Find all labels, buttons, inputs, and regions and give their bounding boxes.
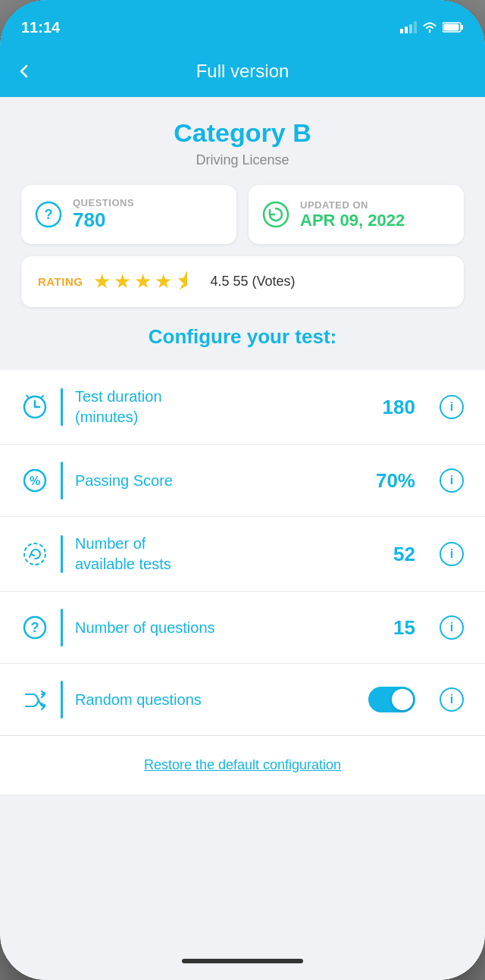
status-time: 11:14 xyxy=(21,19,60,36)
test-duration-info-button[interactable]: i xyxy=(440,395,464,419)
nav-bar: Full version xyxy=(0,45,485,97)
questions-label: QUESTIONS xyxy=(73,197,134,208)
svg-text:?: ? xyxy=(31,620,39,635)
passing-score-value: 70% xyxy=(376,469,415,493)
info-cards: ? QUESTIONS 780 xyxy=(21,185,464,244)
question-circle-icon: ? xyxy=(21,615,48,640)
svg-rect-1 xyxy=(405,27,408,33)
config-divider xyxy=(61,388,63,426)
svg-point-13 xyxy=(24,543,45,565)
available-tests-label: Number ofavailable tests xyxy=(75,534,381,575)
num-questions-label: Number of questions xyxy=(75,618,381,638)
svg-rect-5 xyxy=(461,25,463,30)
star-4: ★ xyxy=(155,270,172,293)
bottom-bar xyxy=(0,942,485,980)
content-area: Category B Driving License ? QUESTIONS xyxy=(0,97,485,942)
category-title: Category B xyxy=(21,118,464,148)
star-3: ★ xyxy=(134,270,152,293)
svg-point-9 xyxy=(264,202,288,227)
shuffle-icon xyxy=(21,687,48,712)
random-questions-toggle[interactable] xyxy=(368,687,415,712)
category-subtitle: Driving License xyxy=(21,152,464,168)
available-tests-info-button[interactable]: i xyxy=(440,542,464,566)
updated-value: APR 09, 2022 xyxy=(300,211,405,230)
available-tests-value: 52 xyxy=(393,543,415,566)
questions-icon: ? xyxy=(35,201,62,228)
rating-label: RATING xyxy=(38,275,83,288)
updated-icon xyxy=(262,201,289,228)
star-5: ⯨ xyxy=(175,270,195,293)
svg-rect-6 xyxy=(444,24,459,31)
star-1: ★ xyxy=(93,270,111,293)
nav-title: Full version xyxy=(196,61,289,82)
config-divider xyxy=(61,681,63,719)
passing-score-info-button[interactable]: i xyxy=(440,468,464,493)
config-item-test-duration[interactable]: Test duration(minutes) 180 i xyxy=(0,370,485,445)
configure-title: Configure your test: xyxy=(21,325,464,349)
svg-rect-3 xyxy=(414,21,417,33)
svg-text:%: % xyxy=(30,474,40,487)
svg-rect-2 xyxy=(409,24,412,33)
clock-icon xyxy=(21,394,48,420)
updated-card: UPDATED ON APR 09, 2022 xyxy=(249,185,464,244)
svg-text:?: ? xyxy=(45,207,53,222)
header-section: Category B Driving License ? QUESTIONS xyxy=(0,97,485,364)
percent-icon: % xyxy=(21,468,48,493)
battery-icon xyxy=(443,22,464,33)
wifi-icon xyxy=(421,21,438,33)
config-divider xyxy=(61,462,63,499)
config-item-available-tests[interactable]: Number ofavailable tests 52 i xyxy=(0,517,485,592)
restore-link[interactable]: Restore the default configuration xyxy=(144,757,341,772)
config-item-passing-score[interactable]: % Passing Score 70% i xyxy=(0,445,485,517)
back-button[interactable] xyxy=(15,62,33,80)
passing-score-label: Passing Score xyxy=(75,471,364,491)
updated-label: UPDATED ON xyxy=(300,199,405,211)
stars: ★ ★ ★ ★ ⯨ xyxy=(93,270,195,293)
config-item-random-questions[interactable]: Random questions i xyxy=(0,664,485,735)
updated-text: UPDATED ON APR 09, 2022 xyxy=(300,199,405,230)
num-questions-info-button[interactable]: i xyxy=(440,615,464,640)
status-bar: 11:14 xyxy=(0,0,485,45)
home-indicator xyxy=(182,959,303,963)
config-list: Test duration(minutes) 180 i % Passing S… xyxy=(0,370,485,735)
refresh-icon xyxy=(21,541,48,567)
test-duration-label: Test duration(minutes) xyxy=(75,387,371,427)
star-2: ★ xyxy=(114,270,131,293)
test-duration-value: 180 xyxy=(383,396,415,419)
signal-icon xyxy=(400,21,417,33)
config-divider xyxy=(61,535,63,573)
svg-rect-0 xyxy=(400,29,403,33)
questions-text: QUESTIONS 780 xyxy=(73,197,134,232)
config-divider xyxy=(61,609,63,647)
status-icons xyxy=(400,21,464,33)
config-item-num-questions[interactable]: ? Number of questions 15 i xyxy=(0,592,485,664)
random-questions-info-button[interactable]: i xyxy=(440,687,464,712)
toggle-knob xyxy=(392,689,413,710)
questions-value: 780 xyxy=(73,208,134,232)
rating-card: RATING ★ ★ ★ ★ ⯨ 4.5 55 (Votes) xyxy=(21,256,464,307)
restore-section: Restore the default configuration xyxy=(0,735,485,794)
questions-card: ? QUESTIONS 780 xyxy=(21,185,236,244)
random-questions-label: Random questions xyxy=(75,690,356,710)
rating-score: 4.5 55 (Votes) xyxy=(210,274,295,290)
num-questions-value: 15 xyxy=(393,616,415,640)
